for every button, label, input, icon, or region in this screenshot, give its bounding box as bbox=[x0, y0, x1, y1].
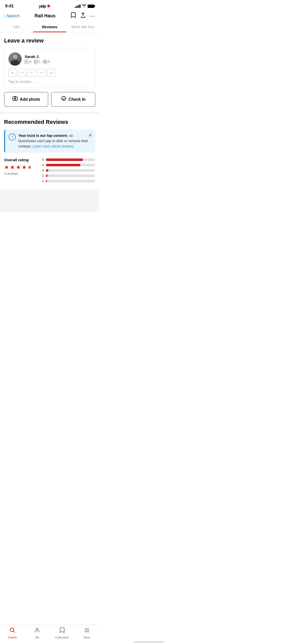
star-4[interactable]: ★ bbox=[37, 69, 46, 77]
tab-info[interactable]: Info bbox=[0, 22, 33, 32]
signal-icon bbox=[75, 4, 80, 8]
overall-rating-label: Overall rating bbox=[4, 158, 37, 162]
nav-bar: ‹ Search Rail Haus ··· bbox=[0, 10, 99, 22]
rating-num-4: 4 bbox=[41, 163, 44, 167]
rating-row-2: 2 bbox=[41, 174, 95, 178]
wifi-icon bbox=[82, 4, 86, 8]
trust-learn-more-link[interactable]: Learn more about reviews. bbox=[32, 144, 75, 148]
trust-text-bold: Your trust is our top concern bbox=[18, 134, 67, 138]
friends-icon bbox=[25, 60, 29, 64]
tabs: Info Reviews More like this bbox=[0, 22, 99, 32]
photos-stat: 5 bbox=[43, 60, 50, 64]
bar-fill-1 bbox=[46, 180, 47, 182]
trust-banner: i Your trust is our top concern, so busi… bbox=[4, 129, 95, 153]
bar-fill-3 bbox=[46, 169, 48, 172]
rating-star-1: ★ bbox=[4, 164, 9, 171]
svg-point-0 bbox=[26, 61, 27, 62]
user-info: Sarah J. 0 bbox=[25, 54, 91, 64]
rating-star-3: ★ bbox=[16, 164, 21, 171]
main-content: Leave a review Sarah J. bbox=[0, 32, 99, 212]
status-icons bbox=[75, 4, 94, 8]
nav-actions: ··· bbox=[71, 12, 95, 20]
trust-text: Your trust is our top concern, so busine… bbox=[18, 133, 92, 149]
rating-section: Overall rating ★ ★ ★ ★ ★ ★ 4 reviews 5 bbox=[4, 158, 95, 184]
bar-track-4 bbox=[46, 164, 95, 166]
add-photo-icon bbox=[12, 96, 18, 103]
rating-num-3: 3 bbox=[41, 168, 44, 172]
rating-num-2: 2 bbox=[41, 174, 44, 178]
reviews-stat: 1 bbox=[34, 60, 40, 64]
bar-fill-5 bbox=[46, 158, 83, 161]
bar-track-2 bbox=[46, 174, 95, 177]
bar-fill-2 bbox=[46, 174, 47, 177]
tab-reviews[interactable]: Reviews bbox=[33, 22, 66, 32]
status-time: 9:41 bbox=[5, 4, 14, 9]
star-rating[interactable]: ★ ★ ★ ★ ★ bbox=[8, 69, 91, 77]
user-name: Sarah J. bbox=[25, 54, 91, 59]
review-card[interactable]: Sarah J. 0 bbox=[4, 48, 95, 88]
share-icon[interactable] bbox=[80, 12, 86, 20]
rating-num-1: 1 bbox=[41, 179, 44, 183]
tab-more-like-this[interactable]: More like this bbox=[66, 22, 99, 32]
back-button[interactable]: ‹ Search bbox=[4, 13, 20, 19]
yelp-logo: yelp ✱ bbox=[39, 4, 50, 9]
bar-fill-4 bbox=[46, 164, 80, 166]
photos-icon bbox=[43, 60, 47, 64]
tap-to-review[interactable]: Tap to review... bbox=[8, 79, 91, 84]
action-buttons: Add photo Check In bbox=[4, 92, 95, 107]
info-icon: i bbox=[9, 134, 16, 141]
svg-point-2 bbox=[45, 61, 46, 62]
friends-stat: 0 bbox=[25, 60, 31, 64]
star-5[interactable]: ★ bbox=[47, 69, 55, 77]
avatar bbox=[8, 52, 22, 66]
recommended-reviews-section: Recommended Reviews i Your trust is our … bbox=[0, 114, 99, 189]
bar-track-5 bbox=[46, 158, 95, 161]
svg-rect-3 bbox=[13, 97, 17, 100]
separator bbox=[0, 112, 99, 114]
battery-icon bbox=[88, 5, 94, 8]
reviews-count: 4 reviews bbox=[4, 172, 37, 175]
add-photo-button[interactable]: Add photo bbox=[4, 92, 48, 107]
star-3[interactable]: ★ bbox=[28, 69, 36, 77]
user-row: Sarah J. 0 bbox=[8, 52, 91, 66]
check-in-icon bbox=[61, 96, 66, 103]
star-2[interactable]: ★ bbox=[18, 69, 26, 77]
chevron-left-icon: ‹ bbox=[4, 13, 6, 19]
reviews-icon bbox=[34, 60, 38, 64]
rating-row-5: 5 bbox=[41, 158, 95, 162]
recommended-reviews-title: Recommended Reviews bbox=[4, 119, 95, 125]
overall-stars: ★ ★ ★ ★ ★ ★ bbox=[4, 164, 37, 171]
bar-track-3 bbox=[46, 169, 95, 172]
leave-review-section: Leave a review Sarah J. bbox=[0, 32, 99, 112]
bookmark-icon[interactable] bbox=[71, 12, 76, 20]
overall-rating: Overall rating ★ ★ ★ ★ ★ ★ 4 reviews bbox=[4, 158, 37, 175]
back-label: Search bbox=[7, 14, 20, 18]
star-1[interactable]: ★ bbox=[8, 69, 17, 77]
more-icon[interactable]: ··· bbox=[90, 13, 95, 19]
rating-num-5: 5 bbox=[41, 158, 44, 162]
rating-row-1: 1 bbox=[41, 179, 95, 183]
rating-star-2: ★ bbox=[10, 164, 15, 171]
rating-star-4: ★ bbox=[22, 164, 27, 171]
rating-row-3: 3 bbox=[41, 168, 95, 172]
page-title: Rail Haus bbox=[35, 13, 56, 19]
svg-rect-1 bbox=[44, 61, 46, 63]
check-in-label: Check In bbox=[69, 97, 86, 102]
rating-row-4: 4 bbox=[41, 163, 95, 167]
trust-close-button[interactable]: ✕ bbox=[88, 133, 92, 138]
user-stats: 0 1 bbox=[25, 60, 91, 64]
rating-bars: 5 4 3 2 bbox=[41, 158, 95, 184]
leave-review-title: Leave a review bbox=[4, 37, 95, 44]
check-in-button[interactable]: Check In bbox=[51, 92, 95, 107]
bar-track-1 bbox=[46, 180, 95, 182]
add-photo-label: Add photo bbox=[20, 97, 40, 102]
rating-star-5: ★ ★ bbox=[28, 164, 33, 171]
status-bar: 9:41 yelp ✱ bbox=[0, 0, 99, 10]
